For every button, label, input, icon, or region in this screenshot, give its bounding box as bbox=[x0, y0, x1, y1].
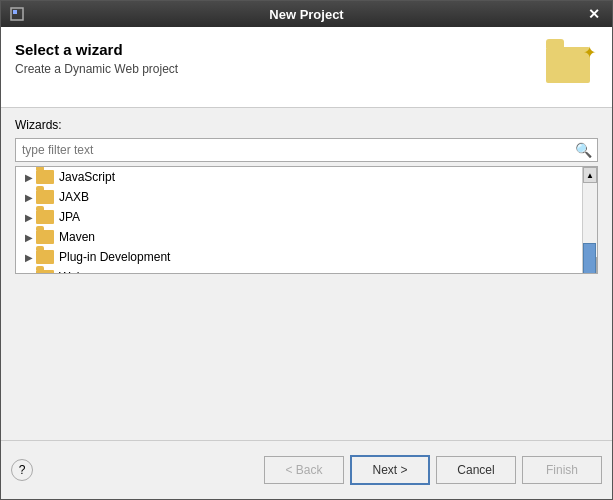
filter-input[interactable] bbox=[16, 139, 570, 161]
folder-icon-web bbox=[36, 270, 54, 273]
tree-container: ▶ JavaScript ▶ JAXB ▶ JPA bbox=[15, 166, 598, 274]
empty-area bbox=[1, 284, 612, 440]
wizard-icon: ✦ bbox=[546, 41, 598, 93]
close-button[interactable]: ✕ bbox=[584, 6, 604, 22]
clear-filter-icon[interactable]: 🔍 bbox=[570, 140, 597, 160]
scrollbar-thumb-area bbox=[583, 183, 597, 257]
window-icon bbox=[9, 6, 25, 22]
tree-item-maven[interactable]: ▶ Maven bbox=[16, 227, 582, 247]
folder-icon-javascript bbox=[36, 170, 54, 184]
label-plugin-dev: Plug-in Development bbox=[59, 250, 170, 264]
tree-item-jaxb[interactable]: ▶ JAXB bbox=[16, 187, 582, 207]
sparkle-icon: ✦ bbox=[583, 43, 596, 62]
label-jpa: JPA bbox=[59, 210, 80, 224]
dialog-window: New Project ✕ Select a wizard Create a D… bbox=[0, 0, 613, 500]
toggle-jaxb: ▶ bbox=[22, 192, 36, 203]
folder-icon-jaxb bbox=[36, 190, 54, 204]
tree-list: ▶ JavaScript ▶ JAXB ▶ JPA bbox=[16, 167, 582, 273]
tree-item-javascript[interactable]: ▶ JavaScript bbox=[16, 167, 582, 187]
label-web: Web bbox=[59, 270, 83, 273]
folder-icon-jpa bbox=[36, 210, 54, 224]
titlebar-left bbox=[9, 6, 25, 22]
header-text: Select a wizard Create a Dynamic Web pro… bbox=[15, 41, 178, 76]
scrollbar: ▲ ▼ bbox=[582, 167, 597, 273]
tree-item-jpa[interactable]: ▶ JPA bbox=[16, 207, 582, 227]
scrollbar-up-button[interactable]: ▲ bbox=[583, 167, 597, 183]
toggle-plugin-dev: ▶ bbox=[22, 252, 36, 263]
label-javascript: JavaScript bbox=[59, 170, 115, 184]
toggle-web: ▼ bbox=[22, 272, 36, 274]
back-button[interactable]: < Back bbox=[264, 456, 344, 484]
label-maven: Maven bbox=[59, 230, 95, 244]
tree-item-plugin-dev[interactable]: ▶ Plug-in Development bbox=[16, 247, 582, 267]
titlebar: New Project ✕ bbox=[1, 1, 612, 27]
toggle-jpa: ▶ bbox=[22, 212, 36, 223]
label-jaxb: JAXB bbox=[59, 190, 89, 204]
help-button[interactable]: ? bbox=[11, 459, 33, 481]
cancel-button[interactable]: Cancel bbox=[436, 456, 516, 484]
toggle-javascript: ▶ bbox=[22, 172, 36, 183]
finish-button[interactable]: Finish bbox=[522, 456, 602, 484]
page-title: Select a wizard bbox=[15, 41, 178, 58]
toggle-maven: ▶ bbox=[22, 232, 36, 243]
button-row: ? < Back Next > Cancel Finish bbox=[1, 440, 612, 499]
folder-icon-plugin-dev bbox=[36, 250, 54, 264]
tree-item-web[interactable]: ▼ Web bbox=[16, 267, 582, 273]
next-button[interactable]: Next > bbox=[350, 455, 430, 485]
content-area: Wizards: 🔍 ▶ JavaScript ▶ JAXB bbox=[1, 108, 612, 284]
folder-icon-maven bbox=[36, 230, 54, 244]
header-section: Select a wizard Create a Dynamic Web pro… bbox=[1, 27, 612, 108]
scrollbar-thumb[interactable] bbox=[583, 243, 596, 274]
svg-rect-1 bbox=[13, 10, 17, 14]
filter-row: 🔍 bbox=[15, 138, 598, 162]
window-title: New Project bbox=[269, 7, 343, 22]
page-subtitle: Create a Dynamic Web project bbox=[15, 62, 178, 76]
wizards-label: Wizards: bbox=[15, 118, 598, 132]
